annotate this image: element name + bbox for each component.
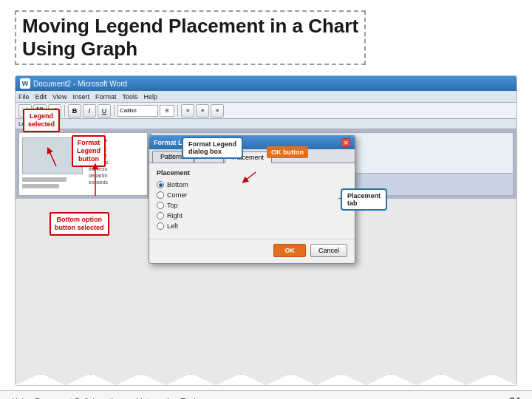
align-center-btn[interactable]: ≡ — [196, 104, 209, 117]
toolbar-btn-bold[interactable]: B — [68, 104, 81, 117]
radio-corner-circle[interactable] — [157, 191, 164, 199]
format-legend-dialog: Format Legend ✕ Patterns Font Placement … — [149, 135, 355, 264]
toolbar-sep-3 — [177, 105, 178, 117]
annotation-bottom-option: Bottom optionbutton selected — [50, 212, 109, 236]
placement-section-label: Placement — [157, 169, 347, 177]
word-titlebar: W Document2 - Microsoft Word — [16, 76, 516, 91]
screenshot-frame: W Document2 - Microsoft Word File Edit V… — [15, 75, 517, 386]
dialog-ok-button[interactable]: OK — [273, 244, 306, 257]
page-number: 34 — [510, 395, 520, 399]
font-size-select[interactable]: 8 — [160, 105, 174, 117]
annotation-legend-selected: Legendselected — [23, 109, 60, 132]
annotation-dialog-box: Format Legend dialog box — [182, 137, 243, 159]
slide-container: Moving Legend Placement in a Chart Using… — [0, 0, 532, 399]
radio-right-circle[interactable] — [157, 212, 164, 219]
annotation-format-legend-button: FormatLegendbutton — [72, 135, 106, 166]
dialog-cancel-button[interactable]: Cancel — [310, 244, 347, 257]
doc-text-5: exceeds — [89, 180, 144, 185]
menu-file[interactable]: File — [18, 93, 30, 100]
dialog-body: Placement Bottom Corner To — [149, 163, 355, 239]
dialog-tabs: Patterns Font Placement — [149, 149, 355, 163]
radio-bottom[interactable]: Bottom — [157, 181, 347, 188]
radio-top-circle[interactable] — [157, 202, 164, 209]
title-area: Moving Legend Placement in a Chart Using… — [0, 0, 532, 71]
menu-insert[interactable]: Insert — [72, 93, 89, 100]
annotation-placement-tab: Placement tab — [341, 188, 387, 211]
radio-top[interactable]: Top — [157, 202, 347, 209]
toolbar-btn-underline[interactable]: U — [98, 104, 111, 117]
radio-corner[interactable]: Corner — [157, 191, 347, 199]
word-toolbar: 📄 💾 🖨 B I U Calibri 8 ≡ ≡ — [16, 103, 516, 119]
doc-text-3: the resu — [89, 166, 144, 171]
radio-left-circle[interactable] — [157, 222, 164, 230]
toolbar-btn-italic[interactable]: I — [83, 104, 96, 117]
dialog-titlebar: Format Legend ✕ — [149, 136, 355, 149]
radio-right[interactable]: Right — [157, 212, 347, 219]
annotation-ok-button: OK button — [267, 146, 308, 158]
radio-bottom-circle[interactable] — [157, 181, 164, 188]
main-content: W Document2 - Microsoft Word File Edit V… — [0, 71, 532, 390]
menu-edit[interactable]: Edit — [35, 93, 47, 100]
doc-text-4: departm — [89, 173, 144, 178]
radio-right-label: Right — [167, 212, 183, 219]
menu-format[interactable]: Format — [95, 93, 117, 100]
annotation-bottom-option-text: Bottom optionbutton selected — [55, 216, 104, 231]
font-select[interactable]: Calibri — [117, 105, 158, 117]
legend-bar: Legend — [16, 119, 516, 129]
annotation-format-legend-button-text: FormatLegendbutton — [77, 139, 100, 163]
toolbar-sep-1 — [64, 105, 65, 117]
align-left-btn[interactable]: ≡ — [181, 104, 194, 117]
radio-bottom-label: Bottom — [167, 181, 188, 188]
word-title: Document2 - Microsoft Word — [33, 80, 127, 88]
dialog-footer: OK Cancel — [149, 239, 355, 263]
annotation-legend-selected-text: Legendselected — [28, 112, 55, 128]
word-menubar: File Edit View Insert Format Tools Help — [16, 91, 516, 103]
radio-left-label: Left — [167, 222, 178, 230]
word-icon: W — [20, 78, 30, 89]
toolbar-sep-2 — [114, 105, 115, 117]
menu-help[interactable]: Help — [143, 93, 157, 100]
align-right-btn[interactable]: ≡ — [211, 104, 224, 117]
radio-top-label: Top — [167, 202, 178, 209]
bottom-bar: Using Document Collaboration and Integra… — [0, 390, 532, 399]
menu-tools[interactable]: Tools — [122, 93, 137, 100]
dialog-close-button[interactable]: ✕ — [341, 138, 350, 147]
wave-divider — [16, 373, 516, 385]
radio-corner-label: Corner — [167, 191, 188, 199]
radio-left[interactable]: Left — [157, 222, 347, 230]
menu-view[interactable]: View — [52, 93, 66, 100]
slide-title: Moving Legend Placement in a Chart Using… — [15, 10, 366, 65]
